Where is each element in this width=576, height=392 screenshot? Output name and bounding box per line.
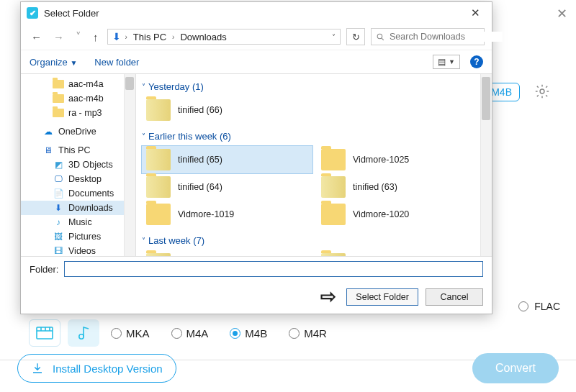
tree-label: aac-m4b (68, 94, 104, 104)
install-desktop-button[interactable]: Install Desktop Version (17, 354, 176, 383)
music-icon: ♪ (53, 217, 64, 227)
chevron-right-icon: › (172, 33, 174, 41)
group-earlier[interactable]: ˅Earlier this week (6) (142, 129, 487, 146)
nav-tree: aac-m4a aac-m4b ra - mp3 ☁OneDrive 🖥This… (21, 74, 136, 256)
search-field[interactable] (390, 32, 503, 42)
nav-forward-icon[interactable]: → (50, 29, 67, 45)
gear-icon[interactable] (534, 83, 550, 99)
convert-button[interactable]: Convert (472, 353, 559, 383)
tree-scrollbar[interactable] (124, 74, 135, 256)
app-logo-icon: ✔ (27, 7, 38, 19)
folder-icon (53, 109, 64, 117)
tree-pictures[interactable]: 🖼Pictures (21, 229, 135, 244)
group-yesterday[interactable]: ˅Yesterday (1) (142, 80, 487, 96)
path-seg-root[interactable]: This PC (132, 32, 168, 42)
scrollbar-thumb[interactable] (482, 77, 490, 120)
radio-circle-icon (230, 328, 240, 339)
chevron-down-icon: ˅ (142, 83, 145, 91)
select-folder-dialog: ✔ Select Folder ✕ ← → ˅ ↑ ⬇ › This PC › … (20, 1, 492, 314)
folder-item[interactable]: tinified (60) (317, 250, 487, 256)
group-lastweek[interactable]: ˅Last week (7) (142, 234, 487, 250)
download-icon (31, 362, 44, 375)
select-folder-button[interactable]: Select Folder (346, 288, 418, 306)
folder-item[interactable]: tinified (64) (142, 173, 312, 201)
organize-menu[interactable]: Organize ▼ (30, 57, 77, 68)
folder-item[interactable]: tinified (62) (142, 250, 312, 256)
tree-downloads[interactable]: ⬇Downloads (21, 201, 135, 215)
refresh-icon: ↻ (352, 32, 360, 42)
path-seg-folder[interactable]: Downloads (179, 32, 228, 42)
radio-mka[interactable]: MKA (111, 327, 150, 339)
cancel-button[interactable]: Cancel (426, 288, 483, 306)
folder-name-row: Folder: (21, 256, 492, 281)
item-label: Vidmore-1025 (353, 155, 409, 165)
scrollbar-thumb[interactable] (125, 77, 134, 90)
pointer-arrow-icon: ⇨ (320, 286, 336, 308)
svg-point-0 (540, 89, 544, 94)
radio-label: M4R (304, 327, 327, 339)
radio-m4a[interactable]: M4A (171, 327, 209, 339)
folder-item[interactable]: tinified (66) (142, 96, 312, 124)
folder-name-input[interactable] (64, 261, 483, 277)
radio-m4b[interactable]: M4B (230, 327, 267, 339)
nav-up-icon[interactable]: ↑ (90, 29, 102, 45)
folder-thumb-icon (321, 204, 346, 225)
folder-item[interactable]: tinified (63) (317, 173, 487, 201)
install-label: Install Desktop Version (53, 363, 163, 375)
dialog-body: aac-m4a aac-m4b ra - mp3 ☁OneDrive 🖥This… (21, 73, 492, 256)
tree-this-pc[interactable]: 🖥This PC (21, 143, 135, 158)
downloads-glyph-icon: ⬇ (112, 31, 121, 42)
folder-thumb-icon (146, 176, 171, 198)
new-folder-button[interactable]: New folder (94, 57, 139, 68)
folder-label: Folder: (30, 264, 58, 275)
help-icon[interactable]: ? (470, 55, 483, 68)
pc-icon: 🖥 (42, 145, 54, 155)
nav-back-icon[interactable]: ← (28, 29, 45, 45)
radio-flac[interactable]: FLAC (518, 301, 560, 312)
address-bar[interactable]: ⬇ › This PC › Downloads ˅ (107, 29, 341, 45)
item-label: tinified (65) (178, 155, 222, 165)
bottom-bar: Install Desktop Version Convert (17, 353, 559, 383)
folder-item[interactable]: Vidmore-1025 (317, 146, 487, 173)
radio-circle-icon (289, 328, 300, 339)
nav-recent-icon[interactable]: ˅ (73, 29, 84, 45)
item-label: tinified (63) (353, 182, 397, 192)
chevron-down-icon[interactable]: ˅ (332, 33, 336, 41)
search-input[interactable] (371, 28, 485, 45)
content-scrollbar[interactable] (480, 74, 492, 256)
radio-circle-icon (171, 328, 182, 339)
close-button[interactable]: ✕ (465, 5, 486, 21)
video-mode-icon[interactable] (29, 319, 60, 347)
folder-item[interactable]: Vidmore-1019 (142, 201, 312, 228)
bg-close-icon[interactable]: ✕ (557, 6, 567, 22)
tree-label: Videos (68, 246, 96, 256)
tree-desktop[interactable]: 🖵Desktop (21, 172, 135, 186)
radio-label: FLAC (534, 301, 560, 312)
radio-circle-icon (518, 301, 528, 311)
view-menu[interactable]: ▤▼ (433, 55, 460, 69)
folder-thumb-icon (321, 176, 346, 198)
tree-ra-mp3[interactable]: ra - mp3 (21, 106, 135, 120)
tree-aac-m4b[interactable]: aac-m4b (21, 91, 135, 106)
tree-documents[interactable]: 📄Documents (21, 186, 135, 201)
folder-thumb-icon (146, 99, 171, 121)
content-pane: ˅Yesterday (1) tinified (66) ˅Earlier th… (136, 74, 492, 256)
tree-onedrive[interactable]: ☁OneDrive (21, 124, 135, 139)
nav-row: ← → ˅ ↑ ⬇ › This PC › Downloads ˅ ↻ (21, 24, 492, 50)
folder-item[interactable]: Vidmore-1020 (317, 201, 487, 228)
tree-3d-objects[interactable]: ◩3D Objects (21, 158, 135, 172)
tree-label: Music (68, 217, 92, 227)
tree-videos[interactable]: 🎞Videos (21, 244, 135, 256)
tree-aac-m4a[interactable]: aac-m4a (21, 77, 135, 91)
radio-m4r[interactable]: M4R (289, 327, 327, 339)
view-icon: ▤ (438, 57, 446, 67)
titlebar: ✔ Select Folder ✕ (21, 2, 492, 24)
tree-music[interactable]: ♪Music (21, 215, 135, 229)
item-label: Vidmore-1019 (178, 209, 234, 219)
audio-mode-icon[interactable] (68, 319, 99, 347)
folder-item-selected[interactable]: tinified (65) (142, 146, 312, 173)
tree-label: 3D Objects (68, 160, 113, 170)
svg-point-3 (377, 34, 382, 39)
refresh-button[interactable]: ↻ (346, 28, 365, 45)
item-label: tinified (64) (178, 182, 222, 192)
